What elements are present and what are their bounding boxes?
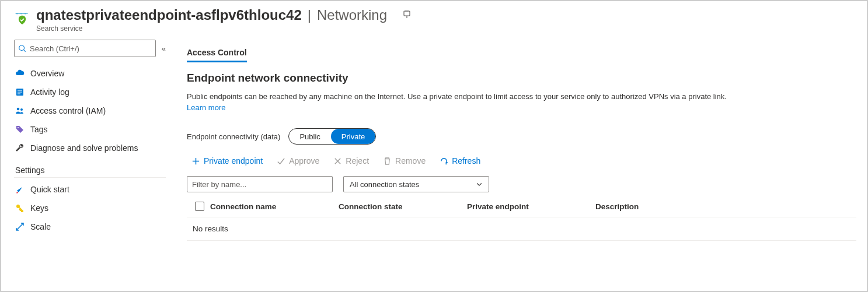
page-header: qnatestprivateendpoint-asflpv6thlouc42 |… — [1, 1, 867, 35]
trash-icon — [383, 157, 392, 166]
toggle-private[interactable]: Private — [331, 129, 375, 144]
btn-label: Reject — [346, 156, 369, 166]
nav-label: Activity log — [30, 87, 69, 97]
table-header: Connection name Connection state Private… — [187, 196, 856, 217]
collapse-sidebar-button[interactable]: « — [162, 44, 166, 53]
wrench-icon — [15, 143, 25, 153]
btn-label: Private endpoint — [204, 156, 263, 166]
svg-point-4 — [19, 45, 25, 51]
svg-point-7 — [20, 108, 23, 111]
nav-label: Tags — [30, 125, 48, 134]
reject-button: Reject — [333, 156, 369, 166]
sidebar: « Overview Activity log Access control (… — [1, 35, 176, 290]
title-separator: | — [308, 7, 311, 23]
btn-label: Approve — [289, 156, 319, 166]
btn-label: Refresh — [452, 156, 480, 166]
tab-access-control[interactable]: Access Control — [187, 45, 247, 62]
sidebar-item-iam[interactable]: Access control (IAM) — [14, 101, 166, 120]
sidebar-search[interactable] — [14, 40, 156, 57]
scale-icon — [15, 222, 25, 231]
check-icon — [277, 157, 285, 166]
nav-label: Scale — [30, 222, 51, 231]
key-icon — [15, 203, 25, 213]
log-icon — [15, 87, 25, 97]
sidebar-item-scale[interactable]: Scale — [14, 217, 166, 236]
sidebar-item-activity[interactable]: Activity log — [14, 83, 166, 101]
resource-type: Search service — [36, 24, 414, 33]
people-icon — [15, 106, 25, 115]
sidebar-group-settings: Settings — [14, 157, 166, 178]
section-description: Public endpoints can be reached by any m… — [187, 92, 856, 102]
refresh-button[interactable]: Refresh — [440, 156, 480, 166]
approve-button: Approve — [277, 156, 319, 166]
svg-rect-3 — [404, 11, 410, 16]
toggle-public[interactable]: Public — [289, 129, 330, 144]
remove-button: Remove — [383, 156, 426, 166]
sidebar-item-overview[interactable]: Overview — [14, 64, 166, 83]
col-description: Description — [595, 202, 724, 211]
select-all-checkbox[interactable] — [195, 202, 204, 211]
section-name: Networking — [317, 7, 387, 23]
btn-label: Remove — [395, 156, 426, 166]
col-connection-state: Connection state — [339, 202, 467, 211]
col-private-endpoint: Private endpoint — [467, 202, 595, 211]
svg-point-6 — [17, 108, 20, 111]
sidebar-item-tags[interactable]: Tags — [14, 120, 166, 139]
resource-name: qnatestprivateendpoint-asflpv6thlouc42 — [36, 7, 302, 23]
connection-state-dropdown[interactable]: All connection states — [343, 176, 489, 192]
chevron-down-icon — [476, 181, 483, 188]
add-private-endpoint-button[interactable]: Private endpoint — [191, 156, 263, 166]
sidebar-item-diagnose[interactable]: Diagnose and solve problems — [14, 139, 166, 157]
nav-label: Diagnose and solve problems — [30, 143, 138, 153]
nav-label: Keys — [30, 203, 48, 213]
sidebar-item-keys[interactable]: Keys — [14, 199, 166, 217]
connectivity-toggle[interactable]: Public Private — [288, 128, 376, 145]
rocket-icon — [15, 185, 25, 194]
learn-more-link[interactable]: Learn more — [187, 103, 225, 112]
cloud-icon — [15, 69, 25, 78]
section-title: Endpoint network connectivity — [187, 72, 856, 85]
dropdown-value: All connection states — [350, 180, 419, 189]
plus-icon — [191, 157, 200, 166]
nav-label: Overview — [30, 69, 64, 78]
nav-label: Quick start — [30, 185, 69, 194]
table-empty-row: No results — [187, 217, 856, 241]
sidebar-item-quickstart[interactable]: Quick start — [14, 180, 166, 199]
search-icon — [18, 44, 26, 52]
tag-icon — [15, 125, 25, 134]
col-connection-name: Connection name — [210, 202, 339, 211]
svg-point-8 — [18, 127, 19, 128]
toolbar: Private endpoint Approve Reject Remove R… — [187, 156, 856, 166]
filter-name-input[interactable] — [187, 176, 333, 192]
refresh-icon — [440, 157, 448, 166]
nav-label: Access control (IAM) — [30, 106, 106, 115]
tab-row: Access Control — [187, 45, 856, 62]
x-icon — [333, 157, 342, 166]
toggle-label: Endpoint connectivity (data) — [187, 132, 280, 141]
main-content: Access Control Endpoint network connecti… — [176, 35, 867, 290]
search-service-icon — [14, 10, 30, 29]
pin-button[interactable] — [400, 8, 414, 23]
sidebar-search-input[interactable] — [30, 44, 152, 53]
